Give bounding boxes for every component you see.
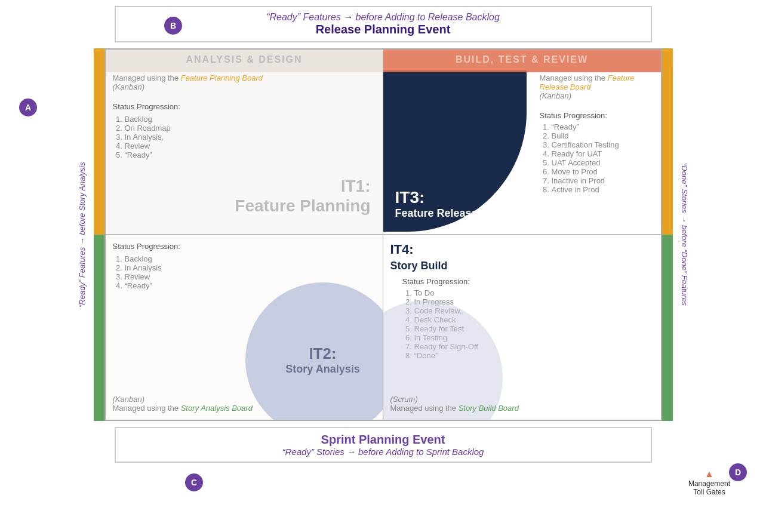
q1-it-label: IT1: Feature Planning: [235, 176, 370, 216]
left-label: “Ready” Features → before Story Analysis: [70, 48, 94, 421]
q4-s1: To Do: [414, 288, 478, 297]
quadrant-q3: Status Progression: Backlog In Analysis …: [106, 235, 383, 420]
q3-managed: Managed using the Story Analysis Board: [113, 404, 253, 413]
q2-kanban: (Kanban): [540, 91, 654, 100]
it2-circle: IT2: Story Analysis: [245, 282, 383, 420]
q2-s3: Certification Testing: [552, 140, 654, 149]
top-banner-subtitle: “Ready” Features → before Adding to Rele…: [128, 12, 639, 23]
q3-status-title: Status Progression:: [113, 242, 376, 251]
quadrant-q1: Managed using the Feature Planning Board…: [106, 50, 383, 235]
q3-board: Story Analysis Board: [181, 404, 253, 413]
right-strip-top: [662, 48, 673, 235]
q2-s4: Ready for UAT: [552, 149, 654, 158]
toll-gates-label: ManagementToll Gates: [688, 479, 730, 496]
it2-num: IT2:: [309, 345, 336, 363]
q1-board-name: Feature Planning Board: [181, 73, 263, 82]
it3-box: IT3: Feature Release: [383, 70, 527, 232]
badge-c: C: [185, 473, 203, 491]
q1-status-3: In Analysis,: [125, 133, 376, 142]
it2-name: Story Analysis: [285, 363, 359, 376]
q2-s5: UAT Accepted: [552, 158, 654, 167]
it3-name: Feature Release: [395, 207, 515, 220]
bottom-banner: Sprint Planning Event “Ready” Stories → …: [115, 427, 652, 463]
q2-s2: Build: [552, 131, 654, 140]
q3-bottom-text: (Kanban) Managed using the Story Analysi…: [113, 395, 253, 413]
q1-status-5: “Ready”: [125, 150, 376, 159]
badge-a: A: [19, 99, 37, 116]
q4-scrum: (Scrum): [390, 395, 519, 404]
badge-d: D: [729, 463, 747, 481]
it4-name: Story Build: [390, 260, 654, 272]
it3-num: IT3:: [395, 188, 515, 207]
q1-status-title: Status Progression:: [113, 102, 376, 111]
quadrant-q4: IT4: Story Build Status Progression: To …: [383, 235, 661, 420]
q4-managed: Managed using the Story Build Board: [390, 404, 519, 413]
bottom-banner-subtitle: “Ready” Stories → before Adding to Sprin…: [128, 447, 639, 457]
right-strip: [662, 48, 673, 421]
q1-status-1: Backlog: [125, 115, 376, 124]
right-strip-bottom: [662, 235, 673, 421]
toll-gates-icon: ▲: [688, 469, 730, 479]
q3-kanban: (Kanban): [113, 395, 253, 404]
q2-s7: Inactive in Prod: [552, 176, 654, 185]
q2-s8: Active in Prod: [552, 185, 654, 194]
q3-s2: In Analysis: [125, 263, 376, 272]
toll-gates: ▲ ManagementToll Gates: [688, 469, 730, 496]
q4-board: Story Build Board: [459, 404, 519, 413]
q1-status-2: On Roadmap: [125, 124, 376, 133]
left-strip-bottom: [94, 235, 104, 421]
q2-managed: Managed using the Feature Release Board: [540, 73, 654, 91]
bottom-banner-title: Sprint Planning Event: [128, 433, 639, 447]
q2-right-content: Managed using the Feature Release Board …: [540, 73, 654, 194]
top-banner: “Ready” Features → before Adding to Rele…: [115, 6, 652, 42]
q2-status-title: Status Progression:: [540, 111, 654, 120]
it4-label: IT4:: [390, 242, 654, 257]
page-container: B “Ready” Features → before Adding to Re…: [0, 0, 766, 532]
q4-status-title: Status Progression:: [402, 277, 478, 286]
q1-status-4: Review: [125, 142, 376, 150]
quadrant-q2: IT3: Feature Release Managed using the F…: [383, 50, 661, 235]
top-banner-title: Release Planning Event: [128, 23, 639, 36]
main-area: “Ready” Features → before Story Analysis…: [70, 48, 697, 421]
badge-b: B: [164, 17, 182, 35]
left-strip: [94, 48, 104, 421]
main-grid: Analysis & Design Build, Test & Review M…: [104, 48, 662, 421]
left-strip-top: [94, 48, 104, 235]
q3-s3: Review: [125, 272, 376, 281]
q1-managed-text: Managed using the Feature Planning Board: [113, 73, 376, 82]
q3-s1: Backlog: [125, 254, 376, 263]
q4-bottom-text: (Scrum) Managed using the Story Build Bo…: [390, 395, 519, 413]
right-label: “Done” Stories → before “Done” Features: [673, 48, 697, 421]
q1-kanban: (Kanban): [113, 82, 376, 91]
q2-s1: “Ready”: [552, 122, 654, 131]
q2-s6: Move to Prod: [552, 167, 654, 176]
